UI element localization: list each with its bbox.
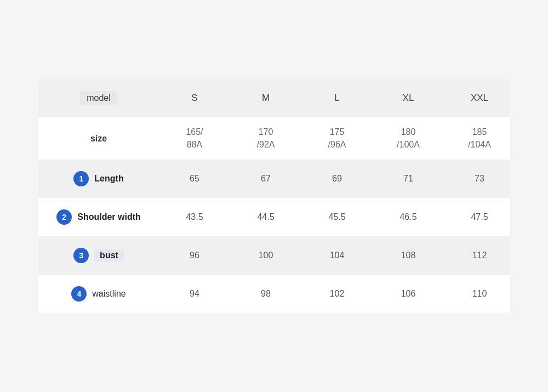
col-m-header: M (230, 84, 301, 112)
waistline-xl-cell: 106 (373, 280, 444, 308)
length-xxl-cell: 73 (444, 165, 510, 192)
length-label-cell: 1 Length (38, 162, 159, 195)
shoulder-l-cell: 45.5 (301, 203, 373, 231)
length-row: 1 Length 65 67 69 71 73 (38, 160, 510, 198)
shoulder-label-cell: 2 Shoulder width (38, 201, 159, 234)
bust-label: bust (94, 249, 124, 262)
length-xl-cell: 71 (373, 165, 444, 192)
shoulder-label: Shoulder width (77, 212, 141, 222)
size-s-cell: 165/88A (159, 117, 230, 160)
model-header-cell: model (38, 82, 159, 114)
waistline-label-cell: 4 waistline (38, 277, 159, 310)
col-l-header: L (301, 84, 373, 112)
size-m-cell: 170/92A (230, 117, 301, 160)
waistline-badge: 4 (71, 286, 87, 302)
bust-label-cell: 3 bust (38, 239, 159, 272)
bust-m-cell: 100 (230, 242, 301, 269)
waistline-l-cell: 102 (301, 280, 373, 308)
length-label: Length (94, 174, 123, 184)
waistline-label: waistline (92, 289, 125, 299)
waistline-m-cell: 98 (230, 280, 301, 308)
col-xxl-header: XXL (444, 84, 510, 112)
shoulder-xl-cell: 46.5 (373, 203, 444, 231)
bust-s-cell: 96 (159, 242, 230, 269)
waistline-s-cell: 94 (159, 280, 230, 308)
length-s-cell: 65 (159, 165, 230, 192)
size-label-cell: size (38, 125, 159, 152)
table-header-row: model S M L XL XXL (38, 79, 510, 117)
shoulder-xxl-cell: 47.5 (444, 203, 510, 231)
size-row: size 165/88A 170/92A 175/96A 180/100A 18… (38, 117, 510, 160)
size-xl-cell: 180/100A (373, 117, 444, 160)
col-s-header: S (159, 84, 230, 112)
bust-xl-cell: 108 (373, 242, 444, 269)
length-m-cell: 67 (230, 165, 301, 192)
bust-l-cell: 104 (301, 242, 373, 269)
length-l-cell: 69 (301, 165, 373, 192)
length-badge: 1 (73, 171, 89, 186)
size-xxl-cell: 185/104A (444, 117, 510, 160)
bust-xxl-cell: 112 (444, 242, 510, 269)
bust-badge: 3 (73, 248, 89, 263)
size-table: model S M L XL XXL size 165/88A 170/92A … (38, 79, 510, 313)
size-label: size (90, 134, 107, 144)
bust-row: 3 bust 96 100 104 108 112 (38, 236, 510, 275)
shoulder-s-cell: 43.5 (159, 203, 230, 231)
shoulder-row: 2 Shoulder width 43.5 44.5 45.5 46.5 47.… (38, 198, 510, 236)
waistline-row: 4 waistline 94 98 102 106 110 (38, 275, 510, 313)
shoulder-m-cell: 44.5 (230, 203, 301, 231)
col-xl-header: XL (373, 84, 444, 112)
shoulder-badge: 2 (56, 209, 72, 225)
waistline-xxl-cell: 110 (444, 280, 510, 308)
model-badge: model (80, 91, 117, 105)
size-l-cell: 175/96A (301, 117, 373, 160)
